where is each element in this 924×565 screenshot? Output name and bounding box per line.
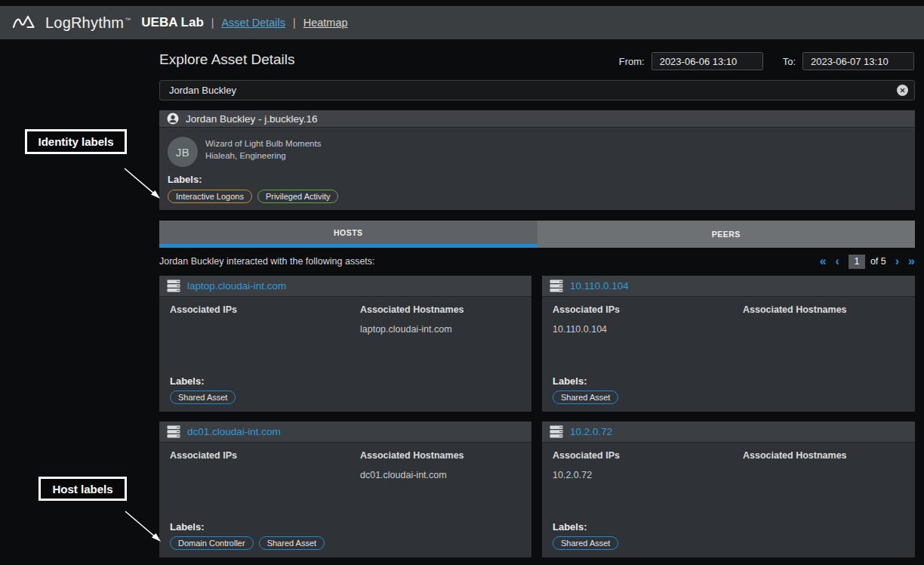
identity-labels-callout: Identity labels <box>25 129 127 154</box>
identity-label-pill: Interactive Logons <box>168 190 252 203</box>
associated-hostnames-heading: Associated Hostnames <box>743 304 847 315</box>
hostname-value: dc01.cloudai-int.com <box>360 470 447 480</box>
asset-card-body: Associated IPs Associated Hostnames 10.1… <box>542 296 915 412</box>
host-labels-callout: Host labels <box>38 477 127 501</box>
identity-labels: Interactive Logons Privileged Activity <box>168 190 343 203</box>
assets-subheader: Jordan Buckley interacted with the follo… <box>159 253 915 270</box>
search-input[interactable] <box>159 80 915 100</box>
asset-cards-grid: laptop.cloudai-int.com Associated IPs As… <box>159 276 915 557</box>
top-navbar: LogRhythm™ UEBA Lab | Asset Details | He… <box>0 6 924 39</box>
asset-label-pill: Shared Asset <box>259 536 325 550</box>
asset-name-link[interactable]: laptop.cloudai-int.com <box>187 280 286 292</box>
asset-name-link[interactable]: 10.2.0.72 <box>570 426 612 437</box>
first-page-button[interactable]: « <box>820 255 827 268</box>
tab-hosts[interactable]: HOSTS <box>159 221 537 248</box>
last-page-button[interactable]: » <box>908 255 915 268</box>
asset-card: laptop.cloudai-int.com Associated IPs As… <box>159 276 531 412</box>
server-icon <box>550 279 563 292</box>
main-content: Explore Asset Details From: To: ✕ Jordan… <box>159 42 915 565</box>
server-icon <box>167 279 180 292</box>
identity-title: Jordan Buckley - j.buckley.16 <box>186 113 318 125</box>
asset-labels: Shared Asset <box>553 391 624 404</box>
to-label: To: <box>783 56 796 67</box>
asset-card-header: 10.110.0.104 <box>542 276 915 296</box>
hostname-value: laptop.cloudai-int.com <box>360 324 452 335</box>
trademark-mark: ™ <box>125 17 131 23</box>
asset-card: 10.110.0.104 Associated IPs Associated H… <box>542 276 915 412</box>
identity-card-header: Jordan Buckley - j.buckley.16 <box>159 110 915 127</box>
nav-link-heatmap[interactable]: Heatmap <box>303 17 348 29</box>
pagination: « ‹ 1 of 5 › » <box>811 255 915 269</box>
asset-labels: Shared Asset <box>170 391 241 404</box>
associated-ips-heading: Associated IPs <box>170 450 237 461</box>
previous-page-button[interactable]: ‹ <box>836 255 839 268</box>
asset-card: 10.2.0.72 Associated IPs Associated Host… <box>542 421 915 557</box>
asset-label-pill: Domain Controller <box>170 536 254 550</box>
date-range: From: To: <box>619 52 914 70</box>
asset-labels: Shared Asset <box>553 536 624 550</box>
nav-separator: | <box>211 17 214 29</box>
identity-label-pill: Privileged Activity <box>257 190 339 203</box>
card-labels-heading: Labels: <box>553 375 587 387</box>
identity-role: Wizard of Light Bulb Moments <box>205 139 321 148</box>
asset-card-header: dc01.cloudai-int.com <box>159 421 531 442</box>
avatar: JB <box>168 137 198 167</box>
asset-label-pill: Shared Asset <box>170 391 236 404</box>
ip-value: 10.110.0.104 <box>553 324 607 335</box>
tab-bar: HOSTS PEERS <box>159 221 915 248</box>
page-title: Explore Asset Details <box>159 51 295 68</box>
from-date-input[interactable] <box>651 52 763 70</box>
asset-card-header: laptop.cloudai-int.com <box>159 276 531 296</box>
asset-name-link[interactable]: dc01.cloudai-int.com <box>187 426 281 437</box>
card-labels-heading: Labels: <box>170 521 205 533</box>
associated-hostnames-heading: Associated Hostnames <box>360 450 464 461</box>
card-labels-heading: Labels: <box>170 375 205 387</box>
identity-labels-heading: Labels: <box>168 174 202 185</box>
asset-labels: Domain Controller Shared Asset <box>170 536 330 550</box>
nav-separator: | <box>293 17 296 29</box>
associated-ips-heading: Associated IPs <box>553 450 620 461</box>
asset-card: dc01.cloudai-int.com Associated IPs Asso… <box>159 421 531 557</box>
search-box: ✕ <box>159 80 915 100</box>
server-icon <box>550 425 563 438</box>
associated-hostnames-heading: Associated Hostnames <box>743 450 847 461</box>
ip-value: 10.2.0.72 <box>553 470 592 480</box>
asset-label-pill: Shared Asset <box>553 536 618 550</box>
card-labels-heading: Labels: <box>553 521 587 533</box>
from-label: From: <box>619 56 645 67</box>
person-icon <box>167 113 179 125</box>
to-date-input[interactable] <box>802 52 914 70</box>
page-count-label: of 5 <box>870 256 886 267</box>
asset-card-body: Associated IPs Associated Hostnames 10.2… <box>542 442 915 557</box>
logrhythm-logo-icon <box>12 14 38 32</box>
tab-peers[interactable]: PEERS <box>537 221 916 248</box>
identity-card-body: JB Wizard of Light Bulb Moments Hialeah,… <box>159 127 915 210</box>
brand-name: LogRhythm™ <box>45 14 131 32</box>
nav-link-asset-details[interactable]: Asset Details <box>221 17 285 29</box>
associated-hostnames-heading: Associated Hostnames <box>360 304 464 315</box>
server-icon <box>167 425 180 438</box>
asset-card-body: Associated IPs Associated Hostnames dc01… <box>159 442 531 557</box>
current-page-indicator: 1 <box>849 255 865 269</box>
next-page-button[interactable]: › <box>895 255 899 268</box>
asset-card-header: 10.2.0.72 <box>542 421 915 442</box>
asset-card-body: Associated IPs Associated Hostnames lapt… <box>159 296 531 412</box>
associated-ips-heading: Associated IPs <box>170 304 237 315</box>
asset-name-link[interactable]: 10.110.0.104 <box>570 280 629 292</box>
associated-ips-heading: Associated IPs <box>553 304 620 315</box>
assets-description: Jordan Buckley interacted with the follo… <box>159 256 375 267</box>
asset-label-pill: Shared Asset <box>553 391 618 404</box>
identity-location: Hialeah, Engineering <box>205 151 286 160</box>
identity-card: Jordan Buckley - j.buckley.16 JB Wizard … <box>159 110 915 210</box>
app-title: UEBA Lab <box>141 15 204 30</box>
clear-search-icon[interactable]: ✕ <box>897 85 908 96</box>
